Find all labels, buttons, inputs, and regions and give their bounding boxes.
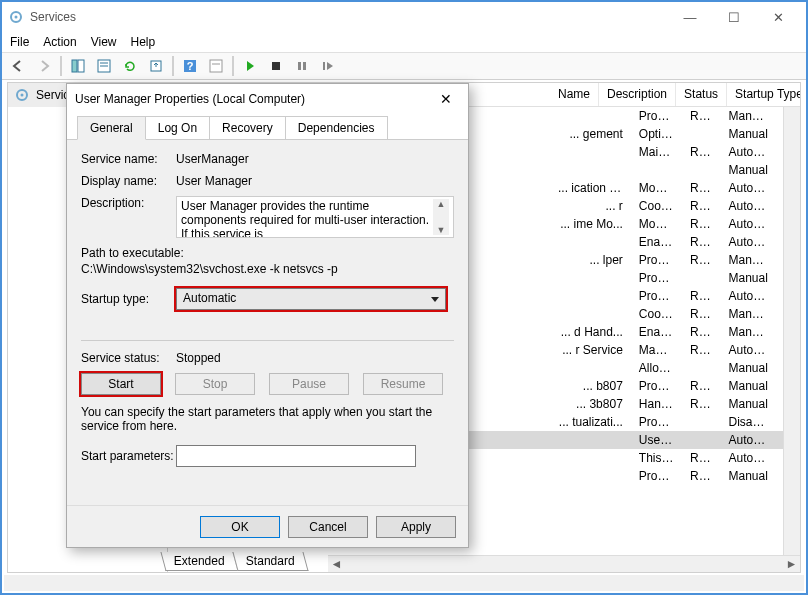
cell-description: Provides m... [631,468,682,484]
view-tabs: Extended Standard [164,552,305,571]
cell-description: Manages W... [631,342,682,358]
cell-description: Monitors sy... [631,180,682,196]
horizontal-scrollbar[interactable]: ◄ ► [328,555,800,572]
tab-logon[interactable]: Log On [145,116,210,139]
show-hide-tree-button[interactable] [66,54,90,78]
cell-description: Allows UPn... [631,360,682,376]
cell-startup-type: Manual [721,468,777,484]
start-button[interactable]: Start [81,373,161,395]
cell-description: Monitors an... [631,216,682,232]
properties-dialog: User Manager Properties (Local Computer)… [66,83,469,548]
cell-description: Coordinates... [631,198,682,214]
close-button[interactable]: ✕ [756,3,800,31]
refresh-button[interactable] [118,54,142,78]
ok-button[interactable]: OK [200,516,280,538]
cell-description: Provides su... [631,252,682,268]
service-name-value: UserManager [176,152,454,166]
cell-status: Running [682,144,720,160]
cell-startup-type: Automatic [721,234,777,250]
cell-description: Maintains a... [631,144,682,160]
svg-rect-14 [303,62,306,70]
cell-description: Coordinates... [631,306,682,322]
cell-description: This service ... [631,450,682,466]
cell-status [682,277,720,279]
service-control-row: Start Stop Pause Resume [81,373,454,395]
display-name-value: User Manager [176,174,454,188]
dialog-close-button[interactable]: ✕ [432,87,460,111]
cell-startup-type: Disabled [721,414,777,430]
col-header-startup-type[interactable]: Startup Type [727,83,800,106]
properties-alt-button[interactable] [204,54,228,78]
cell-startup-type: Manual [721,270,777,286]
cell-status: Running [682,324,720,340]
svg-rect-3 [78,60,84,72]
label-service-status: Service status: [81,351,176,365]
menu-action[interactable]: Action [43,35,76,49]
cell-description [631,169,682,171]
properties-button[interactable] [92,54,116,78]
start-parameters-input[interactable] [176,445,416,467]
cell-startup-type: Automatic [721,288,777,304]
pause-service-button[interactable] [290,54,314,78]
separator [81,340,454,341]
description-text: User Manager provides the runtime compon… [181,199,433,235]
window-controls: — ☐ ✕ [668,3,800,31]
cell-startup-type: Manual [721,162,777,178]
service-status-value: Stopped [176,351,454,365]
cell-startup-type: Manual (Trig... [721,306,777,322]
svg-rect-12 [272,62,280,70]
tab-recovery[interactable]: Recovery [209,116,286,139]
menu-file[interactable]: File [10,35,29,49]
col-header-description[interactable]: Description [599,83,676,106]
export-button[interactable] [144,54,168,78]
dialog-titlebar: User Manager Properties (Local Computer)… [67,84,468,114]
cell-status [682,367,720,369]
cell-status: Running [682,378,720,394]
cell-status: Running [682,342,720,358]
dialog-tabstrip: General Log On Recovery Dependencies [67,114,468,140]
cell-startup-type: Automatic (D... [721,216,777,232]
cell-startup-type: Automatic (D... [721,342,777,358]
tab-standard[interactable]: Standard [232,552,308,571]
toolbar-separator [172,56,174,76]
vertical-scrollbar[interactable] [783,107,800,555]
start-service-button[interactable] [238,54,262,78]
minimize-button[interactable]: — [668,3,712,31]
svg-rect-10 [210,60,222,72]
maximize-button[interactable]: ☐ [712,3,756,31]
svg-point-1 [15,16,18,19]
help-button[interactable]: ? [178,54,202,78]
tab-dependencies[interactable]: Dependencies [285,116,388,139]
cell-startup-type: Manual (Trig... [721,324,777,340]
cell-status: Running [682,252,720,268]
tab-general[interactable]: General [77,116,146,140]
apply-button[interactable]: Apply [376,516,456,538]
cell-status: Running [682,288,720,304]
cell-description: User Manag... [631,432,682,448]
menu-view[interactable]: View [91,35,117,49]
cell-startup-type: Automatic [721,144,777,160]
svg-text:?: ? [187,60,194,72]
startup-type-select[interactable]: Automatic [176,288,446,310]
tab-extended[interactable]: Extended [160,552,238,571]
scroll-left-icon[interactable]: ◄ [328,556,345,573]
forward-button[interactable] [32,54,56,78]
cell-description: Provides us... [631,288,682,304]
cell-startup-type: Automatic [721,180,777,196]
toolbar-separator [232,56,234,76]
cell-description: Provides en... [631,108,682,124]
pause-button: Pause [269,373,349,395]
cell-status: Running [682,198,720,214]
restart-service-button[interactable] [316,54,340,78]
stop-service-button[interactable] [264,54,288,78]
svg-rect-13 [298,62,301,70]
cancel-button[interactable]: Cancel [288,516,368,538]
window-titlebar: Services — ☐ ✕ [2,2,806,32]
services-node-icon [14,87,30,103]
stop-button: Stop [175,373,255,395]
menu-help[interactable]: Help [131,35,156,49]
back-button[interactable] [6,54,30,78]
scroll-right-icon[interactable]: ► [783,556,800,573]
description-scrollbar[interactable]: ▲▼ [433,199,449,235]
col-header-status[interactable]: Status [676,83,727,106]
